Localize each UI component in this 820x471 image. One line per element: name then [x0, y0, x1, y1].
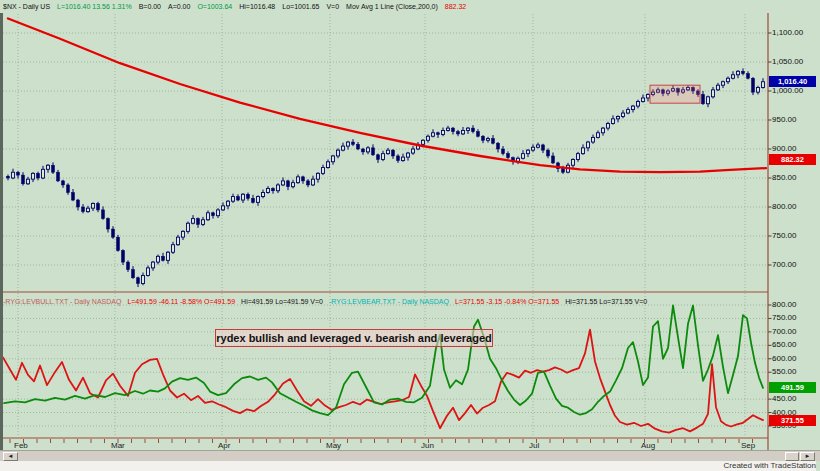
credit-bar: Created with TradeStation	[0, 461, 816, 471]
tradestation-chart-window: $NX - Daily USL=1016.40 13.56 1.31%B=0.0…	[0, 0, 820, 471]
month-label-mar: Mar	[111, 441, 125, 450]
ask: A=0.00	[168, 3, 190, 10]
month-label-apr: Apr	[218, 441, 230, 450]
horizontal-scrollbar[interactable]: ◄ ►	[0, 450, 820, 461]
bid: B=0.00	[139, 3, 161, 10]
indicator-label: Mov Avg 1 Line (Close,200,0)	[346, 3, 438, 10]
axis-tick-label: 550.00	[772, 368, 796, 376]
low: Lo=1001.65	[282, 3, 319, 10]
bear-value-badge: 371.55	[769, 415, 816, 426]
open: O=1003.64	[197, 3, 232, 10]
symbol-label: $NX - Daily US	[3, 3, 50, 10]
axis-tick-label: 1,000.00	[772, 87, 803, 95]
month-label-feb: Feb	[14, 441, 28, 450]
ma-value: 882.32	[445, 3, 466, 10]
axis-tick-label: 700.00	[772, 328, 796, 336]
axis-tick-label: 750.00	[772, 314, 796, 322]
bull-symbol: -RYG:LEVBULL.TXT - Daily NASDAQ	[3, 298, 121, 305]
axis-tick-label: 800.00	[772, 203, 796, 211]
text-annotation-box[interactable]: rydex bullish and leveraged v. bearish a…	[215, 329, 493, 347]
high: Hi=1016.48	[239, 3, 275, 10]
credit-text: Created with TradeStation	[724, 461, 817, 470]
scroll-left-button[interactable]: ◄	[3, 452, 18, 461]
axis-tick-label: 900.00	[772, 145, 796, 153]
bull-stats: L=491.59 -46.11 -8.58% O=491.59	[127, 298, 235, 305]
last-change: L=1016.40 13.56 1.31%	[57, 3, 132, 10]
axis-tick-label: 850.00	[772, 174, 796, 182]
ma-value-badge: 882.32	[769, 154, 816, 165]
axis-tick-label: 750.00	[772, 232, 796, 240]
axis-tick-label: 1,050.00	[772, 58, 803, 66]
volume: V=0	[326, 3, 339, 10]
axis-tick-label: 1,100.00	[772, 29, 803, 37]
subgraph-header: -RYG:LEVBULL.TXT - Daily NASDAQL=491.59 …	[3, 296, 653, 307]
highlight-rectangle[interactable]	[650, 85, 700, 103]
scrollbar-thumb[interactable]	[785, 452, 799, 461]
axis-tick-label: 700.00	[772, 261, 796, 269]
bear-stats2: Hi=371.55 Lo=371.55 V=0	[565, 298, 647, 305]
axis-tick-label: 600.00	[772, 355, 796, 363]
bull-stats2: Hi=491.59 Lo=491.59 V=0	[241, 298, 323, 305]
annotation-text: rydex bullish and leveraged v. bearish a…	[216, 332, 492, 344]
month-label-sep: Sep	[741, 441, 755, 450]
axis-tick-label: 450.00	[772, 395, 796, 403]
month-label-may: May	[326, 441, 341, 450]
chart-plot-area[interactable]	[0, 0, 820, 450]
axis-tick-label: 650.00	[772, 341, 796, 349]
last-price-badge: 1,016.40	[769, 76, 816, 87]
bull-value-badge: 491.59	[769, 382, 816, 393]
axis-tick-label: 800.00	[772, 301, 796, 309]
axis-tick-label: 950.00	[772, 116, 796, 124]
month-label-jul: Jul	[529, 441, 539, 450]
bear-symbol: -RYG:LEVBEAR.TXT - Daily NASDAQ	[329, 298, 449, 305]
month-label-aug: Aug	[641, 441, 655, 450]
bear-stats: L=371.55 -3.15 -0.84% O=371.55	[455, 298, 559, 305]
scroll-right-icon: ►	[805, 453, 811, 459]
scroll-left-icon: ◄	[8, 453, 14, 459]
quote-header: $NX - Daily USL=1016.40 13.56 1.31%B=0.0…	[3, 1, 473, 12]
month-label-jun: Jun	[421, 441, 434, 450]
scroll-right-button[interactable]: ►	[800, 452, 815, 461]
